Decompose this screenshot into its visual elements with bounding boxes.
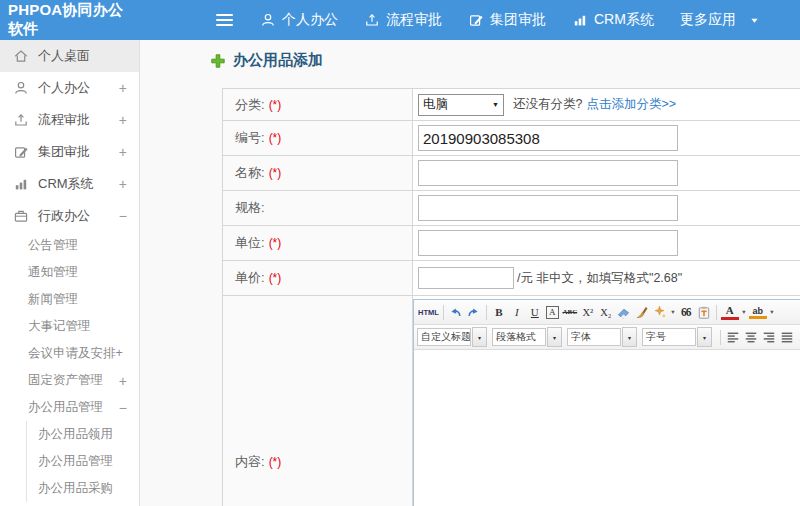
hamburger-menu-icon[interactable]: [216, 14, 233, 27]
required-mark: (*): [269, 271, 282, 285]
expand-toggle[interactable]: +: [119, 112, 127, 128]
sidebar-item-workflow-approval[interactable]: 流程审批+: [0, 104, 139, 136]
undo-icon[interactable]: [447, 303, 465, 321]
category-select[interactable]: 电脑 ▼: [418, 94, 504, 116]
sidebar-item-label: 通知管理: [28, 264, 78, 281]
sidebar-item-admin-office[interactable]: 行政办公−: [0, 200, 139, 232]
redo-icon[interactable]: [465, 303, 483, 321]
sidebar-item-label: 集团审批: [38, 143, 90, 161]
top-menu-more-apps[interactable]: 更多应用: [680, 11, 759, 29]
main-content: 办公用品添加 分类: (*) 电脑 ▼ 还没有分类? 点击添加分类>> 编号: …: [140, 40, 800, 506]
sidebar-item-office-supplies-mgmt[interactable]: 办公用品管理−: [0, 394, 139, 421]
top-menu-crm-system[interactable]: CRM系统: [572, 11, 654, 29]
unit-input[interactable]: [418, 230, 678, 256]
toolbar-separator: [443, 305, 444, 320]
subscript-button[interactable]: X₂: [597, 303, 615, 321]
font-size-dropdown[interactable]: 字号▾: [642, 327, 712, 347]
align-right-icon[interactable]: [760, 328, 778, 346]
align-justify-icon[interactable]: [778, 328, 796, 346]
strikethrough-button[interactable]: ABC: [561, 303, 579, 321]
chart-icon: [13, 176, 29, 192]
form-row-unit: 单位: (*): [223, 226, 800, 261]
font-family-dropdown[interactable]: 字体▾: [567, 327, 637, 347]
italic-button[interactable]: I: [508, 303, 526, 321]
sidebar-item-group-approval[interactable]: 集团审批+: [0, 136, 139, 168]
code-label: 编号:: [235, 129, 265, 147]
code-input[interactable]: [418, 125, 678, 151]
top-header: PHPOA协同办公软件 个人办公流程审批集团审批CRM系统更多应用: [0, 0, 800, 40]
align-left-icon[interactable]: [724, 328, 742, 346]
top-menu-personal-office[interactable]: 个人办公: [260, 11, 338, 29]
sidebar-item-label: 公告管理: [28, 237, 78, 254]
page-title: 办公用品添加: [233, 51, 323, 70]
name-input[interactable]: [418, 160, 678, 186]
sidebar-item-memorabilia-mgmt[interactable]: 大事记管理: [0, 313, 139, 340]
select-caret-icon: ▼: [492, 101, 499, 108]
sidebar-item-supplies-manage[interactable]: 办公用品管理: [27, 448, 139, 475]
superscript-button[interactable]: X²: [579, 303, 597, 321]
expand-toggle[interactable]: +: [119, 80, 127, 96]
sidebar-item-supplies-purchase[interactable]: 办公用品采购: [27, 475, 139, 502]
char-border-button[interactable]: A: [546, 306, 559, 319]
sidebar-item-label: 行政办公: [38, 207, 90, 225]
format-brush-icon[interactable]: [633, 303, 651, 321]
unit-label: 单位:: [235, 234, 265, 252]
editor-content-area[interactable]: [414, 350, 800, 506]
home-icon: [13, 48, 29, 64]
required-mark: (*): [269, 455, 282, 469]
form-row-category: 分类: (*) 电脑 ▼ 还没有分类? 点击添加分类>>: [223, 89, 800, 121]
sidebar-item-notice-mgmt[interactable]: 通知管理: [0, 259, 139, 286]
paragraph-format-dropdown[interactable]: 段落格式▾: [492, 327, 562, 347]
auto-typeset-icon[interactable]: [651, 303, 669, 321]
sidebar-item-announcement-mgmt[interactable]: 公告管理: [0, 232, 139, 259]
sidebar-item-personal-office[interactable]: 个人办公+: [0, 72, 139, 104]
price-input[interactable]: [418, 267, 514, 289]
toolbar-separator: [486, 305, 487, 320]
dropdown-value: 字号: [642, 328, 696, 346]
blockquote-button[interactable]: 66: [677, 303, 695, 321]
align-center-icon[interactable]: [742, 328, 760, 346]
dropdown-caret-icon[interactable]: ▾: [697, 327, 712, 347]
top-menu: 个人办公流程审批集团审批CRM系统更多应用: [260, 11, 759, 29]
paste-plain-icon[interactable]: [695, 303, 713, 321]
price-hint: /元 非中文，如填写格式"2.68": [517, 270, 682, 287]
category-select-value: 电脑: [423, 96, 448, 113]
auto-typeset-caret[interactable]: ▾: [669, 308, 677, 316]
html-source-button[interactable]: HTML: [417, 303, 440, 321]
sidebar-item-label: 个人桌面: [38, 47, 90, 65]
sidebar-item-meeting-request[interactable]: 会议申请及安排+: [0, 340, 139, 367]
expand-toggle[interactable]: +: [119, 144, 127, 160]
sidebar-item-personal-desktop[interactable]: 个人桌面: [0, 40, 139, 72]
top-menu-workflow-approval[interactable]: 流程审批: [364, 11, 442, 29]
expand-toggle[interactable]: +: [119, 176, 127, 192]
font-color-button[interactable]: A: [721, 305, 739, 320]
expand-toggle[interactable]: +: [119, 373, 127, 389]
sidebar-item-label: 办公用品管理: [38, 453, 113, 470]
highlight-color-button[interactable]: ab: [749, 305, 767, 319]
form-row-content: 内容: (*) HTMLBIUAABCX²X₂▾66A▾ab▾ 自定义标题▾段落…: [223, 296, 800, 506]
underline-button[interactable]: U: [526, 303, 544, 321]
expand-toggle[interactable]: −: [119, 208, 127, 224]
price-label: 单价:: [235, 269, 265, 287]
dropdown-value: 段落格式: [492, 328, 546, 346]
link-icon[interactable]: [796, 328, 800, 346]
spec-input[interactable]: [418, 195, 678, 221]
required-mark: (*): [269, 131, 282, 145]
sidebar-item-crm-system[interactable]: CRM系统+: [0, 168, 139, 200]
top-menu-label: 集团审批: [490, 11, 546, 29]
dropdown-caret-icon[interactable]: ▾: [622, 327, 637, 347]
eraser-icon[interactable]: [615, 303, 633, 321]
sidebar-item-supplies-claim[interactable]: 办公用品领用: [27, 421, 139, 448]
sidebar-item-news-mgmt[interactable]: 新闻管理: [0, 286, 139, 313]
highlight-color-caret[interactable]: ▾: [768, 308, 776, 316]
sidebar-item-label: 固定资产管理: [28, 372, 103, 389]
expand-toggle[interactable]: −: [119, 400, 127, 416]
sidebar-item-fixed-assets-mgmt[interactable]: 固定资产管理+: [0, 367, 139, 394]
dropdown-caret-icon[interactable]: ▾: [472, 327, 487, 347]
custom-title-dropdown[interactable]: 自定义标题▾: [417, 327, 487, 347]
dropdown-caret-icon[interactable]: ▾: [547, 327, 562, 347]
bold-button[interactable]: B: [490, 303, 508, 321]
font-color-caret[interactable]: ▾: [740, 308, 748, 316]
add-category-link[interactable]: 点击添加分类>>: [586, 96, 676, 113]
top-menu-group-approval[interactable]: 集团审批: [468, 11, 546, 29]
